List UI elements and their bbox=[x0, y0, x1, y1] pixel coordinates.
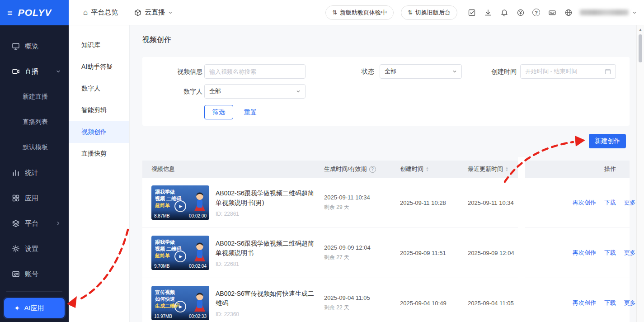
video-id: ID: 22861 bbox=[216, 211, 314, 217]
wallet-coin-icon[interactable] bbox=[516, 8, 525, 17]
globe-icon[interactable] bbox=[564, 8, 573, 17]
sidebar-item-default-template[interactable]: 默认模板 bbox=[0, 135, 69, 160]
new-assistant-pill-button[interactable]: ⇅ 新版助教页体验中 bbox=[325, 5, 394, 20]
download-link[interactable]: 下载 bbox=[604, 199, 616, 206]
validity-remaining: 剩余 27 天 bbox=[324, 254, 400, 261]
submenu-item-smart-editing[interactable]: 智能剪辑 bbox=[69, 99, 129, 121]
validity-remaining: 剩余 22 天 bbox=[324, 304, 400, 312]
video-thumbnail[interactable]: 宣传视频 如何快速 生成二维码 ▶ 10.97MB 00:02:33 bbox=[151, 286, 209, 320]
hamburger-menu-icon[interactable]: ≡ bbox=[7, 8, 13, 17]
recreate-link[interactable]: 再次创作 bbox=[573, 199, 596, 206]
status-select[interactable]: 全部 bbox=[380, 64, 462, 79]
brand-logo[interactable]: ≡ POLYV bbox=[0, 0, 69, 25]
chevron-down-icon bbox=[632, 10, 637, 15]
swap-icon: ⇅ bbox=[408, 9, 413, 16]
chevron-down-icon bbox=[56, 69, 61, 74]
video-id: ID: 22360 bbox=[216, 311, 314, 317]
duration-badge: 00:02:33 bbox=[189, 314, 207, 319]
video-thumbnail[interactable]: 跟我学做 视频 二维码 超简单 ▶ 9.70MB 00:02:04 bbox=[151, 236, 209, 270]
sidebar-label: 设置 bbox=[25, 245, 38, 253]
swap-icon: ⇅ bbox=[332, 9, 337, 16]
new-creation-button[interactable]: 新建创作 bbox=[589, 134, 626, 148]
video-table: 视频信息 生成时间/有效期 ? 创建时间 ▲▼ 最近更新时间 ▲▼ 操作 跟我学… bbox=[142, 161, 630, 322]
help-icon[interactable]: ? bbox=[532, 9, 540, 16]
sidebar-item-ai-apps[interactable]: ✦ AI应用 bbox=[4, 298, 65, 318]
sort-icon[interactable]: ▲▼ bbox=[505, 166, 508, 172]
reset-button[interactable]: 重置 bbox=[244, 105, 257, 119]
video-title[interactable]: AB002-S6宣传视频如何快速生成二维码 bbox=[216, 289, 314, 308]
bell-icon[interactable] bbox=[500, 8, 508, 17]
created-time-cell: 2025-09-11 10:28 bbox=[400, 199, 468, 206]
col-header-updated[interactable]: 最近更新时间 ▲▼ bbox=[468, 165, 566, 173]
file-size-badge: 9.70MB bbox=[154, 264, 169, 269]
more-link[interactable]: 更多 bbox=[624, 249, 636, 256]
download-link[interactable]: 下载 bbox=[604, 249, 616, 256]
submenu-item-ai-assistant[interactable]: AI助手答疑 bbox=[69, 56, 129, 78]
vertical-scrollbar[interactable]: ▲ bbox=[636, 25, 644, 322]
header-right: ⇅ 新版助教页体验中 ⇅ 切换旧版后台 ? bbox=[325, 5, 644, 20]
chevron-down-icon bbox=[168, 10, 173, 15]
file-size-badge: 10.97MB bbox=[154, 314, 172, 319]
updated-time-cell: 2025-09-09 12:04 bbox=[468, 250, 566, 256]
chevron-right-icon bbox=[56, 221, 61, 226]
date-range-picker[interactable]: 开始时间 - 结束时间 bbox=[520, 64, 616, 79]
sparkle-icon: ✦ bbox=[14, 304, 20, 313]
validity-remaining: 剩余 29 天 bbox=[324, 204, 400, 211]
layers-icon bbox=[12, 219, 20, 227]
switch-old-console-pill-button[interactable]: ⇅ 切换旧版后台 bbox=[401, 5, 457, 20]
filter-button[interactable]: 筛选 bbox=[204, 105, 233, 119]
more-link[interactable]: 更多 bbox=[624, 299, 636, 306]
digital-human-select[interactable]: 全部 bbox=[204, 84, 306, 99]
more-link[interactable]: 更多 bbox=[624, 199, 636, 206]
sidebar-item-live[interactable]: 直播 bbox=[0, 59, 69, 84]
sidebar-item-account[interactable]: 账号 bbox=[0, 261, 69, 287]
filter-panel: 视频信息 状态 全部 创建时间 开始时间 - 结束时间 数字人 全部 筛选 重置 bbox=[142, 57, 630, 126]
created-time-label: 创建时间 bbox=[464, 64, 517, 79]
download-link[interactable]: 下载 bbox=[604, 299, 616, 306]
cube-icon bbox=[134, 9, 141, 16]
scroll-up-icon[interactable]: ▲ bbox=[637, 25, 644, 32]
recreate-link[interactable]: 再次创作 bbox=[573, 299, 596, 306]
col-header-gen-time: 生成时间/有效期 ? bbox=[324, 165, 400, 173]
gen-time-cell: 2025-09-09 12:04 剩余 27 天 bbox=[324, 244, 400, 261]
submenu-label: 直播快剪 bbox=[81, 150, 107, 158]
digital-human-label: 数字人 bbox=[151, 84, 202, 99]
recreate-link[interactable]: 再次创作 bbox=[573, 249, 596, 256]
sort-icon[interactable]: ▲▼ bbox=[426, 166, 429, 172]
nav-platform-overview[interactable]: ⌂ 平台总览 bbox=[83, 8, 118, 17]
nav-cloud-live[interactable]: 云直播 bbox=[134, 8, 173, 17]
grid-apps-icon bbox=[12, 194, 20, 202]
header-icon-group: ? bbox=[467, 8, 573, 17]
keyboard-icon[interactable] bbox=[548, 8, 556, 17]
video-title[interactable]: AB002-S6跟我学做视频二维码超简单视频说明书 bbox=[216, 239, 314, 258]
table-row: 跟我学做 视频 二维码 超简单 ▶ 8.87MB 00:02:00 bbox=[142, 178, 630, 228]
sidebar-item-statistics[interactable]: 统计 bbox=[0, 160, 69, 185]
video-title[interactable]: AB002-S6跟我学做视频二维码超简单视频说明书(男) bbox=[216, 189, 314, 208]
table-header-row: 视频信息 生成时间/有效期 ? 创建时间 ▲▼ 最近更新时间 ▲▼ 操作 bbox=[142, 161, 630, 178]
video-thumbnail[interactable]: 跟我学做 视频 二维码 超简单 ▶ 8.87MB 00:02:00 bbox=[151, 185, 209, 220]
download-icon[interactable] bbox=[484, 8, 492, 17]
video-name-search-input[interactable] bbox=[204, 64, 306, 79]
fixed-column-gap bbox=[518, 157, 525, 322]
submenu-item-knowledge-base[interactable]: 知识库 bbox=[69, 34, 129, 56]
submenu-item-video-creation[interactable]: 视频创作 bbox=[69, 121, 129, 143]
nav-label: 平台总览 bbox=[91, 8, 118, 17]
account-menu[interactable] bbox=[580, 9, 637, 15]
submenu-item-live-clips[interactable]: 直播快剪 bbox=[69, 143, 129, 165]
sidebar-item-live-list[interactable]: 直播列表 bbox=[0, 109, 69, 135]
sidebar-item-apps[interactable]: 应用 bbox=[0, 185, 69, 211]
col-header-created[interactable]: 创建时间 ▲▼ bbox=[400, 165, 468, 173]
sidebar-item-platform[interactable]: 平台 bbox=[0, 211, 69, 236]
scrollbar-thumb[interactable] bbox=[639, 34, 642, 62]
sidebar-item-new-live[interactable]: 新建直播 bbox=[0, 84, 69, 109]
video-id: ID: 22681 bbox=[216, 261, 314, 267]
submenu-label: 知识库 bbox=[81, 41, 100, 49]
sidebar-item-settings[interactable]: 设置 bbox=[0, 236, 69, 261]
status-label: 状态 bbox=[320, 64, 374, 79]
help-icon[interactable]: ? bbox=[369, 166, 376, 173]
duration-badge: 00:02:04 bbox=[189, 264, 207, 269]
submenu-item-digital-human[interactable]: 数字人 bbox=[69, 78, 129, 99]
sidebar-item-overview[interactable]: 概览 bbox=[0, 33, 69, 59]
task-check-icon[interactable] bbox=[467, 8, 476, 17]
sidebar-label: 统计 bbox=[25, 169, 38, 177]
